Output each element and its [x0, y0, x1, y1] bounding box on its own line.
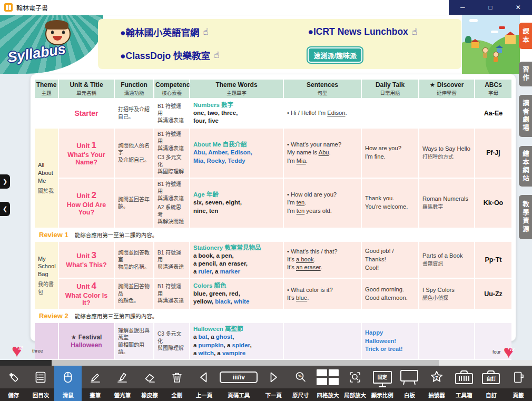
tool-toolbox[interactable]: 工具箱: [450, 366, 478, 401]
side-tab-picture-book-site[interactable]: 繪本網站: [519, 146, 532, 187]
theme-cell-all-about-me: AllAboutMe 關於我: [35, 129, 58, 228]
heart-page-icon: ♥ iii: [12, 343, 29, 359]
syllabus-logo-text: Syllabus: [6, 41, 67, 66]
header-link-classdojo-classroom[interactable]: ●ClassDojo 快樂教室☝: [120, 48, 308, 62]
pointer-hand-icon: ☝: [203, 26, 209, 37]
next-page-icon: [267, 366, 280, 388]
col-header-sentences: Sentences句型: [284, 80, 361, 98]
sentences-cell: • What's this / that?It's a book.It's an…: [284, 242, 361, 278]
syllabus-logo: Syllabus: [0, 15, 103, 74]
horizontal-scrollbar: [0, 360, 532, 366]
daily-talk-cell: [362, 99, 418, 128]
unit-cell-festival: ★ Festival Halloween: [59, 323, 114, 359]
tool-pen[interactable]: 畫筆: [82, 366, 109, 401]
competency-cell: B1 符號運用與溝通表達A2 系統思考與解決問題: [154, 179, 189, 228]
discover-cell: Roman Numerals羅馬數字: [419, 179, 474, 228]
tool-eraser[interactable]: 橡皮擦: [136, 366, 163, 401]
function-cell: 詢問並回答教室物品的名稱。: [115, 242, 153, 278]
tool-save[interactable]: 儲存: [0, 366, 27, 401]
page-tab-icon: [511, 366, 525, 388]
tool-label: 白板: [404, 388, 415, 401]
window-controls: ─ □ ✕: [449, 0, 532, 15]
sentences-cell: • What color is it?It's blue.: [284, 279, 361, 309]
side-tab-readers-theater[interactable]: 讀者劇場: [519, 95, 532, 137]
tool-highlighter[interactable]: 螢光筆: [109, 366, 136, 401]
tool-label: 螢光筆: [114, 388, 131, 401]
tool-mouse[interactable]: 滑鼠: [54, 366, 82, 401]
eraser-icon: [143, 366, 156, 388]
app-book-icon: [4, 3, 13, 12]
syllabus-page: Theme主題 Unit & Title單元名稱 Function溝通功能 Co…: [30, 74, 516, 341]
left-panel-close-toggle[interactable]: ❮: [0, 202, 10, 216]
discover-cell: I Spy Colors顏色小偵探: [419, 279, 474, 309]
tool-delete-all[interactable]: 全刪: [163, 366, 191, 401]
header-band: Syllabus ●翰林國小英語官網☝●ICRT News Lunchbox☝●…: [0, 15, 532, 74]
discover-cell: [419, 99, 474, 128]
col-header-theme-words: Theme Words主題單字: [190, 80, 283, 98]
tool-four-pane-zoom[interactable]: 四格放大: [314, 366, 342, 401]
left-panel-open-toggle[interactable]: ❯: [0, 174, 10, 189]
function-cell: 詢問並回答年齡。: [115, 179, 153, 228]
page-tool-icon: iii/iv: [220, 366, 258, 388]
tool-number-picker[interactable]: 7抽號器: [423, 366, 450, 401]
theme-words-cell: Numbers 數字one, two, three,four, five: [190, 99, 283, 128]
tool-prev-page[interactable]: 上一頁: [191, 366, 218, 401]
tool-label: 局部放大: [344, 388, 366, 401]
col-header-function: Function溝通功能: [115, 80, 153, 98]
tool-label: 畫筆: [90, 388, 101, 401]
side-tab-workbook[interactable]: 習作: [519, 62, 532, 86]
col-header-daily-talk: Daily Talk日常用語: [362, 80, 418, 98]
function-cell: 詢問他人的名字及介紹自己。: [115, 129, 153, 178]
tool-label: 顯示比例: [371, 388, 393, 401]
side-tab-teaching-resources[interactable]: 教學資源: [519, 195, 532, 239]
minimize-button[interactable]: ─: [449, 0, 477, 15]
competency-cell: B1 符號運用與溝通表達: [154, 99, 189, 128]
close-button[interactable]: ✕: [504, 0, 532, 15]
mouse-icon: [61, 366, 75, 388]
sentences-cell: • How old are you?I'm ten.I'm ten years …: [284, 179, 361, 228]
tool-page-tool[interactable]: iii/iv頁碼工具: [218, 366, 260, 401]
title-bar: 翰林電子書 ─ □ ✕: [0, 0, 532, 15]
discover-cell: Parts of a Book書籍資訊: [419, 242, 474, 278]
tool-next-page[interactable]: 下一頁: [260, 366, 287, 401]
tool-whiteboard[interactable]: 白板: [396, 366, 423, 401]
review2-row: Review 2 能綜合應用第三至第四課的內容。: [35, 310, 511, 322]
function-cell: 打招呼及介紹自己。: [115, 99, 153, 128]
tool-display-ratio[interactable]: 固定顯示比例: [369, 366, 396, 401]
custom-icon: 自訂: [482, 366, 500, 388]
theme-cell-blank: [35, 99, 58, 128]
competency-cell: B1 符號運用與溝通表達: [154, 279, 189, 309]
tool-label: 頁籤: [513, 388, 524, 401]
header-link-icrt-news-lunchbox[interactable]: ●ICRT News Lunchbox☝: [308, 26, 461, 37]
quiz-party-button[interactable]: 速測派/趣味派: [308, 47, 362, 63]
tool-page-tab[interactable]: 頁籤: [505, 366, 532, 401]
highlighter-icon: [115, 366, 129, 388]
maximize-button[interactable]: □: [477, 0, 505, 15]
scrollbar-thumb[interactable]: [52, 360, 439, 366]
tool-region-zoom[interactable]: 局部放大: [341, 366, 369, 401]
header-link-hanlin-elementary-english-site[interactable]: ●翰林國小英語官網☝: [120, 25, 308, 38]
bottom-toolbar: 儲存回目次滑鼠畫筆螢光筆橡皮擦全刪上一頁iii/iv頁碼工具下一頁%原尺寸四格放…: [0, 366, 532, 401]
tool-label: 自訂: [486, 388, 497, 401]
original-size-icon: %: [294, 366, 308, 388]
abcs-cell: Pp-Tt: [475, 242, 511, 278]
hanlin-ebook-window: 翰林電子書 ─ □ ✕ Syllabus ●翰林國小英語官網☝●ICRT New…: [0, 0, 532, 401]
tool-custom[interactable]: 自訂自訂: [478, 366, 505, 401]
header-illustration: [462, 15, 520, 74]
syllabus-table: Theme主題 Unit & Title單元名稱 Function溝通功能 Co…: [35, 80, 511, 400]
daily-talk-cell: Good job! / Thanks!Cool!: [362, 242, 418, 278]
region-zoom-icon: [348, 366, 362, 388]
heart-page-icon: ♥ iv: [504, 344, 521, 360]
daily-talk-cell: Thank you.You're welcome.: [362, 179, 418, 228]
theme-words-cell: About Me 自我介紹Abu, Amber, Edison,Mia, Roc…: [190, 129, 283, 178]
page-indicator-right: four ♥ iv: [490, 344, 521, 360]
side-tab-textbook[interactable]: 課本: [519, 23, 532, 49]
tool-original-size[interactable]: %原尺寸: [287, 366, 314, 401]
theme-words-cell: Stationery 教室常見物品a book, a pen,a pencil,…: [190, 242, 283, 278]
main-content: Syllabus ●翰林國小英語官網☝●ICRT News Lunchbox☝●…: [0, 15, 532, 366]
header-links-panel: ●翰林國小英語官網☝●ICRT News Lunchbox☝●ClassDojo…: [98, 19, 461, 69]
col-header-theme: Theme主題: [35, 80, 58, 98]
tool-toc[interactable]: 回目次: [27, 366, 55, 401]
competency-cell: B1 符號運用與溝通表達C3 多元文化與國際理解: [154, 129, 189, 178]
tool-label: 橡皮擦: [141, 388, 158, 401]
